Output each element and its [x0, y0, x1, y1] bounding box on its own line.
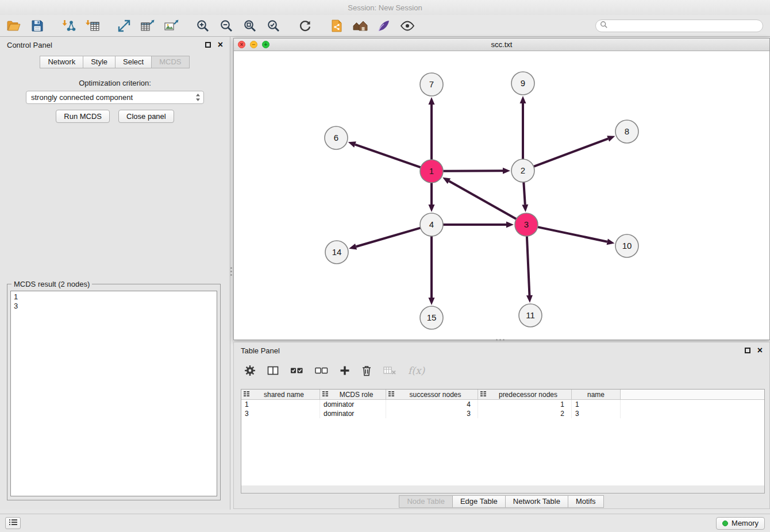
graph-edge-2-3[interactable] [523, 182, 525, 205]
cell-shared-name: 3 [241, 409, 320, 418]
column-sort-icon [480, 391, 487, 399]
graph-edge-arrow [607, 136, 615, 141]
function-builder-icon[interactable]: f(x) [408, 365, 425, 376]
table-row[interactable]: 3dominator323 [241, 409, 764, 418]
cell-name: 3 [572, 409, 621, 418]
float-control-panel-icon[interactable] [205, 42, 211, 48]
control-panel-tabs: NetworkStyleSelectMCDS [0, 56, 230, 68]
tab-edge-table[interactable]: Edge Table [452, 495, 506, 508]
table-row[interactable]: 1dominator411 [241, 400, 764, 409]
zoom-out-icon[interactable] [218, 18, 234, 34]
select-all-rows-icon[interactable] [290, 366, 303, 375]
cell-filler [621, 400, 764, 409]
maximize-window-icon[interactable]: + [262, 41, 270, 48]
graph-edge-3-10[interactable] [538, 227, 607, 242]
tab-style[interactable]: Style [83, 56, 116, 68]
cell-mcds-role: dominator [320, 400, 386, 409]
mcds-result-line: 3 [14, 302, 214, 311]
main-toolbar [0, 15, 770, 37]
graph-edge-3-11[interactable] [527, 236, 530, 295]
search-input[interactable] [611, 22, 759, 30]
column-sort-icon [243, 391, 250, 399]
network-from-selection-icon[interactable] [329, 18, 345, 34]
column-header-successor-nodes[interactable]: successor nodes [386, 390, 478, 400]
vertical-splitter-grip[interactable] [229, 261, 233, 281]
table-horizontal-scrollbar[interactable] [241, 485, 765, 494]
tab-network[interactable]: Network [40, 56, 83, 68]
table-mode-gear-icon[interactable] [244, 365, 256, 376]
import-network-icon[interactable] [61, 18, 77, 34]
zoom-fit-icon[interactable] [242, 18, 258, 34]
column-header-filler [621, 390, 764, 400]
mcds-result-group: MCDS result (2 nodes) 13 [7, 284, 221, 500]
save-session-icon[interactable] [29, 18, 45, 34]
criterion-dropdown-value: strongly connected component [31, 93, 133, 102]
mcds-result-title: MCDS result (2 nodes) [11, 280, 92, 288]
open-session-icon[interactable] [6, 18, 22, 34]
close-control-panel-icon[interactable]: × [218, 40, 223, 49]
graph-edge-1-2[interactable] [443, 171, 503, 171]
tab-node-table[interactable]: Node Table [399, 495, 453, 508]
float-table-panel-icon[interactable] [745, 348, 750, 353]
tab-motifs[interactable]: Motifs [568, 495, 604, 508]
column-header-predecessor-nodes[interactable]: predecessor nodes [478, 390, 572, 400]
show-hide-columns-icon[interactable] [267, 365, 279, 376]
node-table: shared name MCDS role successor nodes pr… [241, 389, 765, 486]
table-panel-header: Table Panel × [234, 342, 769, 358]
close-panel-button[interactable]: Close panel [118, 110, 174, 123]
import-table-icon[interactable] [84, 18, 101, 34]
column-header-mcds-role[interactable]: MCDS role [320, 390, 386, 400]
zoom-group [195, 18, 282, 34]
create-new-column-icon[interactable] [340, 365, 350, 376]
tab-select[interactable]: Select [115, 56, 152, 68]
export-network-icon[interactable] [116, 18, 132, 34]
apply-style-icon[interactable] [376, 18, 392, 34]
minimize-window-icon[interactable]: − [250, 41, 257, 48]
tab-network-table[interactable]: Network Table [505, 495, 568, 508]
column-label: successor nodes [409, 391, 461, 399]
column-label: name [587, 391, 605, 399]
graph-edge-1-6[interactable] [355, 145, 421, 168]
tab-mcds[interactable]: MCDS [151, 56, 189, 68]
dropdown-stepper-icon [195, 93, 201, 102]
zoom-in-icon[interactable] [195, 18, 211, 34]
delete-columns-trash-icon[interactable] [361, 365, 372, 376]
graph-edge-arrow [520, 96, 526, 103]
export-table-icon[interactable] [140, 18, 156, 34]
graph-edge-2-8[interactable] [534, 138, 609, 167]
table-panel-title: Table Panel [241, 346, 280, 355]
memory-button[interactable]: Memory [716, 517, 765, 530]
show-panels-button[interactable] [5, 517, 21, 529]
show-hide-details-eye-icon[interactable] [399, 18, 415, 34]
column-header-shared-name[interactable]: shared name [241, 390, 320, 400]
network-window-titlebar[interactable]: × − + scc.txt [234, 38, 769, 51]
network-window-title: scc.txt [491, 40, 513, 49]
apply-layout-icon[interactable] [297, 18, 313, 34]
graph-edge-arrow [526, 295, 533, 303]
close-table-panel-icon[interactable]: × [757, 346, 763, 355]
zoom-selected-icon[interactable] [265, 18, 282, 34]
graph-edge-arrow [503, 168, 510, 174]
home-icon[interactable] [352, 18, 368, 34]
mcds-result-list: 13 [10, 291, 217, 496]
control-panel-header: Control Panel × [0, 37, 230, 53]
graph-edge-3-1[interactable] [449, 181, 516, 219]
column-header-name[interactable]: name [572, 390, 621, 400]
criterion-dropdown[interactable]: strongly connected component [26, 91, 204, 104]
memory-label: Memory [732, 519, 759, 527]
run-mcds-button[interactable]: Run MCDS [56, 110, 110, 123]
export-image-icon[interactable] [163, 18, 179, 34]
close-window-icon[interactable]: × [238, 41, 245, 48]
column-label: predecessor nodes [499, 391, 557, 399]
graph-edge-4-14[interactable] [356, 228, 421, 247]
search-box[interactable] [595, 20, 763, 32]
network-canvas[interactable]: 7968124314101511 [234, 51, 769, 340]
optimization-criterion-label: Optimization criterion: [0, 79, 230, 87]
delete-table-icon[interactable] [383, 365, 396, 376]
table-toolbar: f(x) [244, 358, 425, 383]
deselect-all-rows-icon[interactable] [315, 366, 328, 375]
session-group [6, 18, 45, 34]
horizontal-splitter-grip[interactable] [491, 337, 509, 342]
window-titlebar[interactable]: Session: New Session [0, 0, 770, 15]
control-panel-title: Control Panel [7, 41, 52, 49]
